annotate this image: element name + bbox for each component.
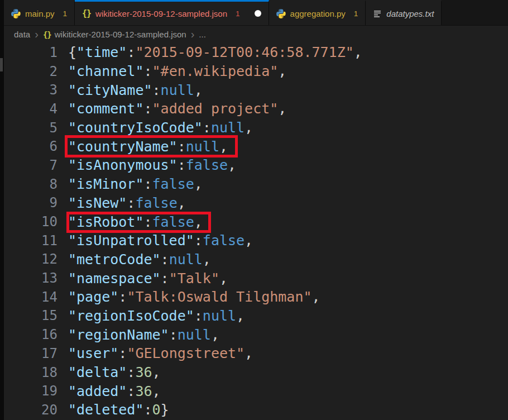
code-line-text: "delta":36, <box>68 364 161 380</box>
code-token: null <box>186 139 219 155</box>
code-token: "user" <box>68 345 118 361</box>
code-line[interactable]: 1{"time":"2015-09-12T00:46:58.771Z", <box>4 43 508 62</box>
code-token: "added" <box>68 383 127 399</box>
line-number: 7 <box>4 157 57 173</box>
code-line-text: "page":"Talk:Oswald Tilghman", <box>68 289 320 305</box>
code-token: , <box>245 232 253 249</box>
code-token: "page" <box>68 289 118 305</box>
code-token: , <box>203 251 211 268</box>
line-number: 5 <box>4 120 57 136</box>
tab-label: main.py <box>25 9 55 18</box>
line-number: 18 <box>4 365 57 380</box>
line-number: 6 <box>4 139 57 154</box>
code-line[interactable]: 20"deleted":0} <box>4 400 508 419</box>
code-line[interactable]: 5"countryIsoCode":null, <box>4 118 508 137</box>
text-file-icon <box>373 9 382 18</box>
line-number: 8 <box>4 176 57 192</box>
code-token: false <box>203 232 245 249</box>
code-line[interactable]: 17"user":"GELongstreet", <box>4 344 508 363</box>
text-file-icon <box>373 9 382 18</box>
code-line-text: "isAnonymous":false, <box>68 157 236 173</box>
code-token: "countryName" <box>68 139 178 155</box>
code-token: "delta" <box>68 364 127 380</box>
code-token: : <box>127 383 135 399</box>
code-line[interactable]: 4"comment":"added project", <box>4 99 508 118</box>
chevron-right-icon: › <box>191 28 195 40</box>
tab-wikiticker-json[interactable]: {}wikiticker-2015-09-12-sampled.json1 <box>75 0 269 25</box>
code-line-text: "namespace":"Talk", <box>68 270 228 287</box>
python-icon <box>276 9 286 18</box>
code-token: "time" <box>76 44 127 60</box>
code-line-text: "regionName":null, <box>68 327 219 343</box>
code-token: "regionName" <box>68 327 169 343</box>
code-line[interactable]: 14"page":"Talk:Oswald Tilghman", <box>4 288 508 307</box>
code-token: "isUnpatrolled" <box>68 232 194 249</box>
code-token: "regionIsoCode" <box>68 308 194 324</box>
code-token: "isAnonymous" <box>68 157 178 173</box>
code-token: , <box>245 345 253 361</box>
code-token: "2015-09-12T00:46:58.771Z" <box>135 44 353 60</box>
code-token: "countryIsoCode" <box>68 120 203 136</box>
code-token: , <box>278 63 286 79</box>
code-line[interactable]: 10"isRobot":false, <box>4 212 508 231</box>
code-line[interactable]: 8"isMinor":false, <box>4 175 508 194</box>
code-token: null <box>211 120 245 136</box>
code-token: : <box>143 63 152 79</box>
code-token: : <box>178 157 186 173</box>
python-icon <box>11 9 21 18</box>
code-token: , <box>211 327 219 343</box>
line-number: 10 <box>4 214 57 230</box>
code-line[interactable]: 15"regionIsoCode":null, <box>4 307 508 326</box>
code-line[interactable]: 6"countryName":null, <box>4 137 508 156</box>
code-token: , <box>219 139 228 155</box>
code-line[interactable]: 7"isAnonymous":false, <box>4 156 508 175</box>
code-token: , <box>219 270 228 287</box>
code-token: } <box>161 402 169 418</box>
code-token: "isRobot" <box>68 214 143 230</box>
line-number: 3 <box>4 82 57 98</box>
code-line[interactable]: 19"added":36, <box>4 381 508 400</box>
code-token: : <box>152 82 161 98</box>
code-line[interactable]: 18"delta":36, <box>4 363 508 382</box>
code-line[interactable]: 11"isUnpatrolled":false, <box>4 231 508 250</box>
unsaved-changes-dot[interactable] <box>255 10 261 17</box>
code-line-text: "comment":"added project", <box>68 101 286 117</box>
code-token: "cityName" <box>68 82 152 98</box>
code-line-text: "regionIsoCode":null, <box>68 308 245 324</box>
code-token: , <box>312 289 320 305</box>
line-number: 4 <box>4 101 57 117</box>
code-token: : <box>194 308 203 324</box>
tab-aggregation-py[interactable]: aggregation.py1 <box>269 0 366 25</box>
code-line[interactable]: 13"namespace":"Talk", <box>4 269 508 288</box>
vscode-window: main.py1{}wikiticker-2015-09-12-sampled.… <box>0 0 508 420</box>
code-line-text: "deleted":0} <box>68 402 169 418</box>
code-token: , <box>228 157 236 173</box>
code-token: , <box>245 120 253 136</box>
code-token: : <box>127 44 135 60</box>
code-line[interactable]: 2"channel":"#en.wikipedia", <box>4 62 508 81</box>
code-line[interactable]: 12"metroCode":null, <box>4 250 508 269</box>
line-number: 11 <box>4 233 57 249</box>
code-token: "added project" <box>152 101 279 117</box>
activity-bar-sliver <box>0 0 4 420</box>
problem-count-badge: 1 <box>63 9 68 18</box>
code-line[interactable]: 9"isNew":false, <box>4 194 508 213</box>
breadcrumb-item[interactable]: data <box>14 30 30 39</box>
tab-datatypes-txt[interactable]: datatypes.txt <box>366 0 442 25</box>
line-number: 16 <box>4 327 57 342</box>
code-token: null <box>161 82 194 98</box>
code-editor[interactable]: 1{"time":"2015-09-12T00:46:58.771Z",2"ch… <box>4 43 508 420</box>
code-token: "namespace" <box>68 270 161 287</box>
tab-main-py[interactable]: main.py1 <box>4 0 75 25</box>
code-token: , <box>278 101 286 117</box>
code-token: false <box>135 195 177 211</box>
code-line[interactable]: 16"regionName":null, <box>4 325 508 344</box>
breadcrumb-item[interactable]: ... <box>199 30 206 39</box>
breadcrumb-item[interactable]: wikiticker-2015-09-12-sampled.json <box>55 30 186 39</box>
line-number: 13 <box>4 270 57 286</box>
code-line[interactable]: 3"cityName":null, <box>4 80 508 99</box>
code-token: "Talk" <box>169 270 219 287</box>
code-token: : <box>143 214 152 230</box>
tab-label: wikiticker-2015-09-12-sampled.json <box>95 9 227 18</box>
code-token: null <box>178 327 211 343</box>
